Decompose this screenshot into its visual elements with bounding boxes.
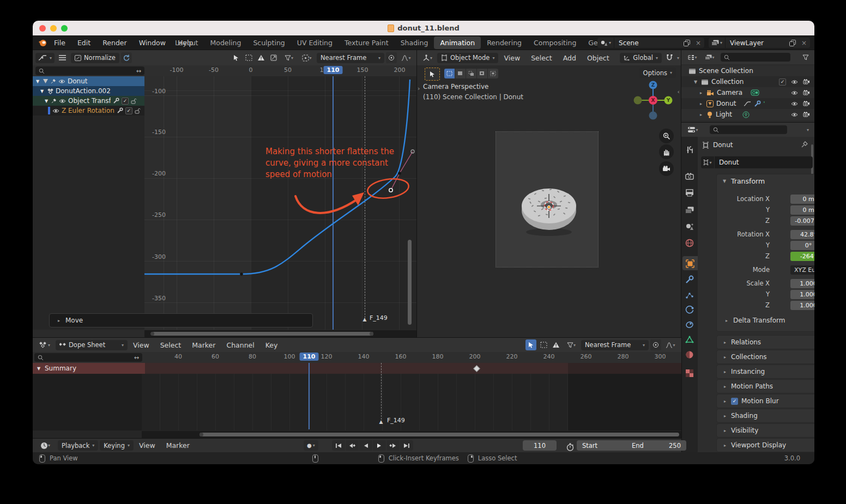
donut-object[interactable] xyxy=(516,182,583,239)
current-frame-badge[interactable]: 110 xyxy=(324,66,343,74)
dope-menu-select[interactable]: Select xyxy=(155,341,187,349)
tab-modeling[interactable]: Modeling xyxy=(204,37,247,49)
dope-hscroll-bar[interactable] xyxy=(200,433,679,436)
disclosure-open-icon[interactable]: ▼ xyxy=(722,179,727,184)
channel-enable-checkbox[interactable]: ✓ xyxy=(122,98,129,105)
next-keyframe-button[interactable] xyxy=(386,440,400,451)
warning-icon[interactable] xyxy=(256,52,267,63)
refresh-icon[interactable] xyxy=(121,52,132,63)
value-field[interactable]: 42.8° xyxy=(790,230,814,239)
viewlayer-icon[interactable]: ▾ xyxy=(709,38,726,48)
object-name-field[interactable]: Donut xyxy=(715,156,813,168)
viewport-menu-select[interactable]: Select xyxy=(525,54,558,62)
value-field[interactable]: -0.00796 xyxy=(790,216,814,226)
tab-view-layer[interactable] xyxy=(684,204,695,215)
viewlayer-selector[interactable]: ▾ ViewLayer × xyxy=(709,38,810,48)
dope-menu-key[interactable]: Key xyxy=(260,341,283,349)
frame-end-field[interactable]: End 250 xyxy=(626,440,686,451)
scene-name[interactable]: Scene xyxy=(614,39,681,47)
dope-sheet-mode-dropdown[interactable]: Dope Sheet ▾ xyxy=(56,340,128,350)
render-visibility-icon[interactable] xyxy=(803,112,810,117)
display-mode-dropdown[interactable]: ▾ xyxy=(684,52,701,63)
transform-orientation-dropdown[interactable]: Global ▾ xyxy=(620,53,662,63)
jump-to-end-button[interactable] xyxy=(400,440,413,451)
outliner-row-collection[interactable]: ▼ Collection ✓ xyxy=(681,76,814,87)
panel-collections[interactable]: ▸ Collections :::: xyxy=(716,350,814,364)
sidebar-toggle-icon[interactable]: ‹ xyxy=(678,88,680,95)
render-visibility-icon[interactable] xyxy=(803,101,810,106)
render-visibility-icon[interactable] xyxy=(803,90,810,95)
current-frame-badge[interactable]: 110 xyxy=(300,353,319,361)
outliner-row-donut[interactable]: ▸ Donut ' xyxy=(681,98,814,109)
tab-texture[interactable] xyxy=(684,368,695,379)
dope-hscroll-track[interactable] xyxy=(142,431,681,438)
scroll-handle-left[interactable] xyxy=(150,332,154,336)
current-frame-field[interactable]: 110 xyxy=(523,440,557,451)
tab-compositing[interactable]: Compositing xyxy=(528,37,582,49)
tab-physics[interactable] xyxy=(684,305,695,315)
options-dropdown[interactable]: Options ▾ xyxy=(639,68,676,78)
dope-search-input[interactable]: ↔ xyxy=(34,353,142,362)
play-reverse-button[interactable] xyxy=(359,440,372,451)
snap-mode-dropdown[interactable]: Nearest Frame ▾ xyxy=(317,53,384,63)
viewlayer-name[interactable]: ViewLayer xyxy=(726,39,787,47)
record-button[interactable]: ● xyxy=(307,442,312,448)
cursor-tool-icon[interactable] xyxy=(525,339,536,350)
channel-group-object-transforms[interactable]: ▼ Object Transforms ✓ xyxy=(33,96,155,106)
chevron-down-icon[interactable]: ▾ xyxy=(807,127,809,132)
disclosure-open-icon[interactable]: ▼ xyxy=(35,79,40,84)
disclosure-closed-icon[interactable]: ▸ xyxy=(698,90,704,95)
outliner-filter-dropdown[interactable]: ▾ xyxy=(701,52,718,63)
panel-visibility[interactable]: ▸ Visibility :::: xyxy=(716,423,814,438)
properties-search-input[interactable] xyxy=(710,125,787,134)
disclosure-open-icon[interactable]: ▼ xyxy=(693,80,698,84)
copy-icon[interactable] xyxy=(681,38,692,48)
tab-shading[interactable]: Shading xyxy=(395,37,434,49)
copy-icon[interactable] xyxy=(787,38,798,48)
dope-menu-marker[interactable]: Marker xyxy=(186,341,221,349)
select-mode-extend[interactable] xyxy=(455,69,466,78)
editor-type-dropdown[interactable]: ▾ xyxy=(35,339,55,350)
marker-triangle-icon[interactable]: ▲ xyxy=(363,317,367,322)
stopwatch-icon[interactable] xyxy=(565,441,576,452)
editor-type-dropdown[interactable]: ▾ xyxy=(35,53,55,63)
tab-scene[interactable] xyxy=(684,221,695,232)
value-field[interactable]: 1.000 xyxy=(790,301,814,310)
filter-dropdown[interactable]: ▾ xyxy=(281,52,297,63)
tab-material[interactable] xyxy=(684,349,695,360)
outliner-row-scene-collection[interactable]: Scene Collection xyxy=(681,65,814,76)
hamburger-menu-icon[interactable] xyxy=(57,52,68,63)
marker-triangle-icon[interactable]: ▲ xyxy=(379,419,383,424)
transform-panel-header[interactable]: ▼ Transform xyxy=(722,177,765,185)
panel-shading[interactable]: ▸ Shading :::: xyxy=(716,409,814,423)
pan-hand-button[interactable] xyxy=(659,144,674,159)
tab-object-active[interactable] xyxy=(685,258,696,269)
value-field[interactable]: 1.000 xyxy=(790,279,814,288)
chevron-down-icon[interactable]: ▾ xyxy=(313,443,315,448)
outliner-row-light[interactable]: ▸ Light xyxy=(681,109,814,120)
summary-track[interactable] xyxy=(142,363,568,374)
tab-sculpting[interactable]: Sculpting xyxy=(247,37,291,49)
channel-enable-checkbox[interactable]: ✓ xyxy=(125,107,132,114)
warning-icon[interactable] xyxy=(551,339,561,350)
prev-keyframe-button[interactable] xyxy=(346,440,359,451)
delta-transform-subpanel[interactable]: ▸ Delta Transform xyxy=(724,317,785,324)
falloff-dropdown[interactable]: ▾ xyxy=(398,52,414,63)
tab-animation[interactable]: Animation xyxy=(434,37,481,49)
timeline-menu-marker[interactable]: Marker xyxy=(161,441,195,450)
snap-mode-dropdown[interactable]: Nearest Frame ▾ xyxy=(581,340,649,350)
disclosure-open-icon[interactable]: ▼ xyxy=(39,89,45,94)
panel-motion-blur[interactable]: ▸ ✓ Motion Blur :::: xyxy=(716,394,814,408)
eye-icon[interactable] xyxy=(791,80,798,84)
tab-tool[interactable] xyxy=(684,144,695,155)
outliner-row-camera[interactable]: ▸ Camera xyxy=(681,87,814,98)
scroll-handle-right[interactable] xyxy=(370,332,373,336)
dope-menu-view[interactable]: View xyxy=(128,341,155,349)
menu-window[interactable]: Window xyxy=(133,35,172,50)
select-mode-new[interactable] xyxy=(444,69,455,78)
rotation-mode-dropdown[interactable]: XYZ Euler ▾ xyxy=(790,265,814,275)
snap-magnet-icon[interactable] xyxy=(664,52,675,63)
cursor-tool-icon[interactable] xyxy=(231,52,241,63)
graph-hscroll-bar[interactable] xyxy=(151,332,373,336)
eye-icon[interactable] xyxy=(791,90,798,95)
